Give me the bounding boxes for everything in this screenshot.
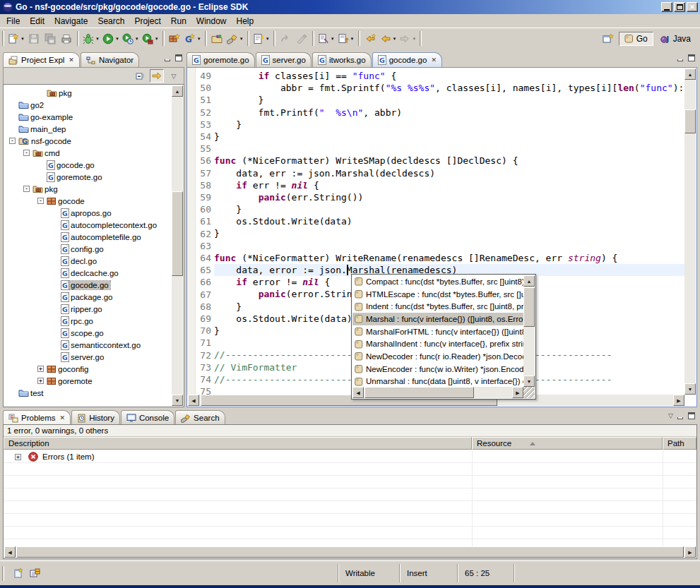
dropdown-arrow-icon[interactable]: ▼ xyxy=(95,37,100,41)
dropdown-arrow-icon[interactable]: ▼ xyxy=(197,37,201,41)
tree-item-goremote-go[interactable]: Ggoremote.go xyxy=(4,171,172,183)
minimize-button[interactable] xyxy=(661,2,672,12)
popup-vscrollbar[interactable]: ▲ ▼ xyxy=(523,275,535,387)
code-line-49[interactable]: if classes[i] == "func" { xyxy=(214,70,684,82)
tree-item-goremote[interactable]: +goremote xyxy=(4,375,172,387)
code-line-63[interactable] xyxy=(214,240,684,252)
menu-project[interactable]: Project xyxy=(129,15,165,28)
back-to-last-edit-button[interactable] xyxy=(362,30,379,47)
scroll-down-icon[interactable]: ▼ xyxy=(684,383,696,395)
scroll-right-icon[interactable]: ▶ xyxy=(673,395,684,406)
popup-vscrollbar-thumb[interactable] xyxy=(523,287,535,327)
run-button[interactable]: ▼ xyxy=(101,30,121,47)
dropdown-arrow-icon[interactable]: ▼ xyxy=(239,37,244,41)
code-line-58[interactable]: if err != nil { xyxy=(214,179,684,191)
popup-resize-grip[interactable] xyxy=(523,387,535,398)
debug-button[interactable]: ▼ xyxy=(81,30,101,47)
pin-editor-button[interactable] xyxy=(13,568,24,579)
autocomplete-item[interactable]: MarshalIndent : func(v interface{}, pref… xyxy=(352,337,523,350)
tree-item-config-go[interactable]: Gconfig.go xyxy=(4,243,172,255)
tab-server-go[interactable]: Gserver.go xyxy=(256,52,312,67)
minimize-view-button[interactable] xyxy=(163,54,172,61)
tree-item-rpc-go[interactable]: Grpc.go xyxy=(4,315,172,327)
maximize-button[interactable] xyxy=(674,2,685,12)
search-button[interactable]: ▼ xyxy=(225,30,245,47)
dropdown-arrow-icon[interactable]: ▼ xyxy=(393,37,397,41)
open-resource-button[interactable] xyxy=(209,30,225,47)
tree-scrollbar-thumb[interactable] xyxy=(172,191,183,276)
tree-item-go2[interactable]: go2 xyxy=(4,99,172,111)
tree-item-ripper-go[interactable]: Gripper.go xyxy=(4,303,172,315)
tree-item-nsf-gocode[interactable]: -Gnsf-gocode xyxy=(4,135,172,147)
new-wizard-button[interactable]: ▼ xyxy=(6,30,26,47)
tab-itworks-go[interactable]: Gitworks.go xyxy=(312,52,372,67)
tab-search[interactable]: Search xyxy=(175,410,225,425)
scroll-up-icon[interactable]: ▲ xyxy=(172,85,183,97)
tab-problems[interactable]: Problems✕ xyxy=(3,410,71,425)
collapse-icon[interactable]: - xyxy=(23,150,30,156)
print-button[interactable] xyxy=(59,30,75,47)
autocomplete-item[interactable]: NewDecoder : func(r io.Reader) *json.Dec… xyxy=(352,350,523,363)
tree-item-pkg[interactable]: -pkg xyxy=(4,183,172,195)
dropdown-arrow-icon[interactable]: ▼ xyxy=(331,37,335,41)
autocomplete-item[interactable]: Unmarshal : func(data []uint8, v interfa… xyxy=(352,376,523,388)
tab-console[interactable]: Console xyxy=(121,410,174,425)
close-tab-icon[interactable]: ✕ xyxy=(60,414,66,421)
scroll-down-icon[interactable]: ▼ xyxy=(523,376,535,387)
code-line-61[interactable]: os.Stdout.Write(data) xyxy=(214,215,684,227)
autocomplete-item[interactable]: HTMLEscape : func(dst *bytes.Buffer, src… xyxy=(352,288,523,301)
scroll-down-icon[interactable]: ▼ xyxy=(172,395,183,406)
annotation-ruler[interactable] xyxy=(187,68,196,395)
link-with-editor-button[interactable] xyxy=(150,69,164,83)
collapse-icon[interactable]: - xyxy=(9,138,16,144)
tree-item-gocode-go[interactable]: Ggocode.go xyxy=(4,159,172,171)
dropdown-arrow-icon[interactable]: ▼ xyxy=(135,37,139,41)
problems-hscrollbar[interactable]: ◀ ▶ xyxy=(4,546,696,558)
maximize-view-button[interactable] xyxy=(687,412,696,419)
tree-item-scope-go[interactable]: Gscope.go xyxy=(4,327,172,339)
new-go-element-button[interactable]: G▼ xyxy=(183,30,203,47)
tab-history[interactable]: History xyxy=(71,410,120,425)
tree-item-autocompletefile-go[interactable]: Gautocompletefile.go xyxy=(4,231,172,243)
menu-navigate[interactable]: Navigate xyxy=(49,15,93,28)
popup-hscrollbar-thumb[interactable] xyxy=(364,387,474,398)
tab-gocode-go[interactable]: Ggocode.go✕ xyxy=(372,52,442,67)
dropdown-arrow-icon[interactable]: ▼ xyxy=(266,37,270,41)
tree-item-goconfig[interactable]: +goconfig xyxy=(4,363,172,375)
menu-file[interactable]: File xyxy=(1,15,25,28)
code-line-50[interactable]: abbr = fmt.Sprintf("%s %s%s", classes[i]… xyxy=(214,82,684,94)
dropdown-arrow-icon[interactable]: ▼ xyxy=(412,37,416,41)
minimize-view-button[interactable] xyxy=(676,54,684,61)
editor-vscrollbar-thumb[interactable] xyxy=(684,109,696,133)
code-line-64[interactable]: func (*NiceFormatter) WriteRename(rename… xyxy=(214,252,684,264)
code-line-62[interactable]: } xyxy=(214,227,684,239)
expand-icon[interactable]: + xyxy=(37,366,44,372)
scroll-right-icon[interactable]: ▶ xyxy=(684,546,696,558)
problems-row[interactable]: +Errors (1 item) xyxy=(4,450,696,463)
maximize-view-button[interactable] xyxy=(174,54,183,61)
tree-item-package-go[interactable]: Gpackage.go xyxy=(4,291,172,303)
column-header-description[interactable]: Description xyxy=(4,437,472,450)
expand-icon[interactable]: + xyxy=(37,378,44,384)
view-menu-icon[interactable]: ▽ xyxy=(668,412,673,419)
back-button[interactable]: ▼ xyxy=(379,30,398,47)
external-tools-button[interactable]: ▼ xyxy=(141,30,160,47)
tree-item-autocompletecontext-go[interactable]: Gautocompletecontext.go xyxy=(4,219,172,231)
tree-item-go-example[interactable]: go-example xyxy=(4,111,172,123)
autocomplete-item[interactable]: NewEncoder : func(w io.Writer) *json.Enc… xyxy=(352,363,523,376)
code-line-51[interactable]: } xyxy=(214,94,684,106)
close-button[interactable]: ✕ xyxy=(687,2,698,12)
dropdown-arrow-icon[interactable]: ▼ xyxy=(115,37,119,41)
tree-item-gocode-go[interactable]: Ggocode.go xyxy=(4,279,172,291)
tree-item-pkg[interactable]: pkg xyxy=(4,87,172,99)
collapse-all-button[interactable] xyxy=(133,69,147,83)
code-line-53[interactable]: } xyxy=(214,119,684,131)
tree-item-test[interactable]: test xyxy=(4,387,172,399)
autocomplete-item[interactable]: MarshalForHTML : func(v interface{}) ([]… xyxy=(352,325,523,338)
autocomplete-item[interactable]: Indent : func(dst *bytes.Buffer, src []u… xyxy=(352,300,523,313)
new-go-package-button[interactable] xyxy=(167,30,183,47)
code-line-54[interactable]: } xyxy=(214,131,684,143)
scroll-up-icon[interactable]: ▲ xyxy=(523,275,535,287)
perspective-go[interactable]: Go xyxy=(619,32,653,46)
run-history-button[interactable]: ▼ xyxy=(121,30,141,47)
